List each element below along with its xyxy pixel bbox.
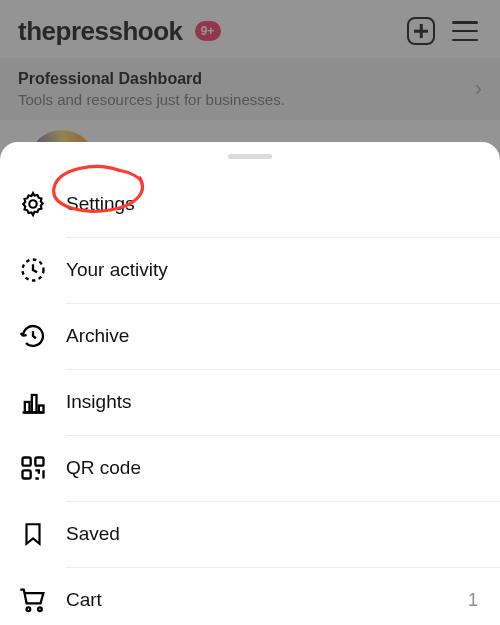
menu-item-your-activity[interactable]: Your activity (0, 237, 500, 303)
menu-item-label: Settings (66, 193, 478, 215)
menu-item-label: Archive (66, 325, 478, 347)
svg-rect-7 (23, 470, 31, 478)
insights-icon (16, 387, 50, 417)
sheet-grabber[interactable] (228, 154, 272, 159)
menu-item-archive[interactable]: Archive (0, 303, 500, 369)
menu-item-label: Saved (66, 523, 478, 545)
menu-item-insights[interactable]: Insights (0, 369, 500, 435)
menu-item-saved[interactable]: Saved (0, 501, 500, 567)
menu-item-label: Your activity (66, 259, 478, 281)
archive-icon (16, 321, 50, 351)
activity-icon (16, 255, 50, 285)
svg-rect-5 (23, 458, 31, 466)
svg-point-9 (38, 607, 42, 611)
menu-item-label: Cart (66, 589, 468, 611)
menu-item-label: QR code (66, 457, 478, 479)
settings-icon (16, 189, 50, 219)
menu-item-cart[interactable]: Cart 1 (0, 567, 500, 625)
svg-rect-3 (32, 395, 37, 413)
bottom-sheet: Settings Your activity Archive (0, 142, 500, 625)
svg-rect-2 (25, 402, 30, 413)
cart-count: 1 (468, 590, 478, 611)
menu-item-settings[interactable]: Settings (0, 171, 500, 237)
qrcode-icon (16, 453, 50, 483)
menu-item-label: Insights (66, 391, 478, 413)
svg-rect-6 (35, 458, 43, 466)
svg-rect-4 (39, 406, 44, 413)
svg-point-0 (29, 200, 36, 207)
cart-icon (16, 585, 50, 615)
saved-icon (16, 519, 50, 549)
menu-list: Settings Your activity Archive (0, 171, 500, 625)
svg-point-8 (27, 607, 31, 611)
menu-item-qr-code[interactable]: QR code (0, 435, 500, 501)
